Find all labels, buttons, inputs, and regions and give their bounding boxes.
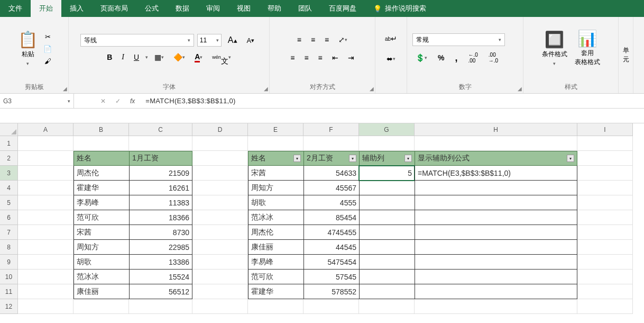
cell[interactable]: [129, 136, 192, 151]
column-header-A[interactable]: A: [18, 123, 73, 136]
table-cell[interactable]: 周杰伦: [73, 166, 129, 181]
table-cell[interactable]: [359, 284, 415, 299]
table-cell[interactable]: 44545: [303, 240, 359, 255]
cell[interactable]: [73, 299, 129, 314]
tab-help[interactable]: 帮助: [259, 0, 290, 17]
align-dialog-launcher[interactable]: ◢: [370, 86, 374, 92]
row-header-6[interactable]: 6: [0, 210, 18, 225]
table-cell[interactable]: [415, 210, 577, 225]
cell[interactable]: [18, 181, 73, 195]
cell[interactable]: [192, 225, 248, 240]
cell[interactable]: [192, 166, 248, 181]
table-cell[interactable]: 胡歌: [73, 255, 129, 270]
cell[interactable]: [18, 136, 73, 151]
cell[interactable]: [577, 270, 633, 284]
column-header-H[interactable]: H: [415, 123, 577, 136]
cell[interactable]: [248, 136, 303, 151]
wrap-text-button[interactable]: ab↵: [382, 32, 400, 45]
cell[interactable]: [18, 255, 73, 270]
cell[interactable]: [18, 299, 73, 314]
fill-color-button[interactable]: 🔶▾: [170, 51, 188, 64]
align-middle-button[interactable]: ≡: [308, 33, 318, 46]
table-cell[interactable]: 周杰伦: [248, 225, 303, 240]
table-cell[interactable]: 85454: [303, 210, 359, 225]
table-cell[interactable]: 56512: [129, 284, 192, 299]
currency-button[interactable]: 💲▾: [412, 51, 430, 64]
comma-button[interactable]: ,: [452, 51, 461, 64]
cell[interactable]: [577, 166, 633, 181]
table-cell[interactable]: 13386: [129, 255, 192, 270]
table-cell[interactable]: 21509: [129, 166, 192, 181]
cell[interactable]: [577, 151, 633, 166]
indent-increase-button[interactable]: ⇥: [345, 51, 357, 64]
cell[interactable]: [359, 136, 415, 151]
tab-insert[interactable]: 插入: [61, 0, 92, 17]
table-cell[interactable]: 18366: [129, 210, 192, 225]
indent-decrease-button[interactable]: ⇤: [329, 51, 342, 64]
cell[interactable]: [73, 136, 129, 151]
cell[interactable]: [18, 210, 73, 225]
row-header-7[interactable]: 7: [0, 225, 18, 240]
cell[interactable]: [577, 240, 633, 255]
row-header-3[interactable]: 3: [0, 166, 18, 181]
table-cell[interactable]: 范冰冰: [248, 210, 303, 225]
table-cell[interactable]: 8730: [129, 225, 192, 240]
chevron-down-icon[interactable]: ▾: [145, 55, 148, 60]
cell[interactable]: [18, 166, 73, 181]
font-dialog-launcher[interactable]: ◢: [264, 86, 268, 92]
cell[interactable]: [129, 299, 192, 314]
cell[interactable]: [577, 299, 633, 314]
underline-button[interactable]: U: [131, 51, 142, 64]
paste-button[interactable]: 📋 粘贴 ▾: [16, 31, 40, 67]
table-cell[interactable]: 霍建华: [248, 284, 303, 299]
tab-file[interactable]: 文件: [0, 0, 31, 17]
table-cell[interactable]: 15524: [129, 270, 192, 284]
table-cell[interactable]: [415, 225, 577, 240]
cell[interactable]: [577, 225, 633, 240]
tab-home[interactable]: 开始: [31, 0, 61, 17]
phonetic-button[interactable]: wén文▾: [209, 51, 234, 64]
row-header-10[interactable]: 10: [0, 270, 18, 284]
table-header[interactable]: 显示辅助列公式▾: [415, 151, 577, 166]
row-header-2[interactable]: 2: [0, 151, 18, 166]
orientation-button[interactable]: ⤢▾: [335, 33, 351, 46]
cell[interactable]: [192, 299, 248, 314]
table-header[interactable]: 辅助列▾: [359, 151, 415, 166]
table-cell[interactable]: 李易峰: [248, 255, 303, 270]
cell[interactable]: [192, 270, 248, 284]
filter-button[interactable]: ▾: [404, 155, 412, 162]
name-box[interactable]: G3 ▾: [0, 94, 74, 109]
table-header[interactable]: 1月工资: [129, 151, 192, 166]
table-cell[interactable]: [415, 255, 577, 270]
cell[interactable]: [577, 181, 633, 195]
row-header-4[interactable]: 4: [0, 181, 18, 195]
table-cell[interactable]: 范冰冰: [73, 270, 129, 284]
align-center-button[interactable]: ≡: [301, 51, 311, 64]
cell[interactable]: [18, 151, 73, 166]
cell[interactable]: [18, 270, 73, 284]
column-header-C[interactable]: C: [129, 123, 192, 136]
font-color-button[interactable]: A▾: [191, 51, 206, 64]
table-cell[interactable]: 5: [359, 166, 415, 181]
row-header-9[interactable]: 9: [0, 255, 18, 270]
row-header-8[interactable]: 8: [0, 240, 18, 255]
table-cell[interactable]: 宋茜: [248, 166, 303, 181]
table-header[interactable]: 姓名: [73, 151, 129, 166]
table-cell[interactable]: 宋茜: [73, 225, 129, 240]
table-cell[interactable]: 578552: [303, 284, 359, 299]
table-cell[interactable]: [415, 270, 577, 284]
cell[interactable]: [415, 299, 577, 314]
table-cell[interactable]: [359, 270, 415, 284]
cell[interactable]: [577, 284, 633, 299]
cell[interactable]: [577, 195, 633, 210]
tab-data[interactable]: 数据: [167, 0, 198, 17]
table-cell[interactable]: [359, 195, 415, 210]
cell[interactable]: [577, 255, 633, 270]
cell[interactable]: [303, 136, 359, 151]
table-cell[interactable]: [415, 240, 577, 255]
tab-page-layout[interactable]: 页面布局: [92, 0, 136, 17]
cell[interactable]: [577, 210, 633, 225]
number-format-select[interactable]: 常规 ▾: [412, 33, 505, 46]
increase-font-button[interactable]: A▴: [225, 34, 241, 47]
row-header-12[interactable]: 12: [0, 299, 18, 314]
